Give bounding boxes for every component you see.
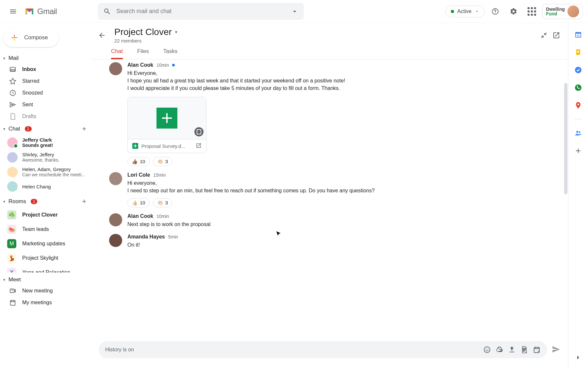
chat-item[interactable]: Shirley, JefferyAwesome, thanks. [0,150,91,165]
meet-item[interactable]: New meeting [0,285,91,297]
open-new-icon[interactable] [552,31,560,39]
app-name: Gmail [37,7,57,16]
calendar-app-icon[interactable]: 31 [574,31,582,39]
mail-item-starred[interactable]: Starred [0,75,91,87]
svg-point-5 [484,347,490,353]
compose-plus-icon [9,32,20,43]
main-content: Project Clover ▼ 22 members ChatFilesTas… [91,23,568,368]
mail-item-snoozed[interactable]: Snoozed [0,87,91,99]
reaction-chip[interactable]: 👏🏻3 [153,198,172,207]
message: Alan Cook10minHi Everyone,I hope you all… [97,62,562,166]
search-input[interactable] [116,8,286,15]
settings-button[interactable] [506,4,521,19]
chat-item[interactable]: Helen Chang [0,179,91,193]
room-icon: 💃 [7,254,16,263]
caret-down-icon: ▼ [3,127,6,131]
compose-label: Compose [24,34,48,41]
chat-avatar [7,167,18,177]
message-time: 15min [153,172,166,178]
support-button[interactable] [487,4,503,19]
message-avatar [109,172,122,185]
caret-down-icon: ▼ [174,30,178,34]
add-chat-button[interactable]: + [82,125,86,133]
rooms-section-header[interactable]: ▼ Rooms 1 + [0,195,91,208]
meet-item[interactable]: My meetings [0,297,91,308]
reaction-chip[interactable]: 👏🏻3 [153,157,172,166]
message-text: On it! [127,241,562,249]
room-item[interactable]: 🍉Team leads [0,222,91,237]
mail-item-inbox[interactable]: Inbox [0,63,91,75]
status-pill[interactable]: Active [445,6,485,17]
tab-tasks[interactable]: Tasks [163,48,177,59]
message-author: Alan Cook [127,62,153,68]
attachment-type-icon [194,127,204,136]
arrow-left-icon [98,31,106,39]
collapse-icon[interactable] [540,31,548,39]
message: Amanda Hayes5minOn it! [97,234,562,249]
room-header: Project Clover ▼ 22 members [91,23,568,44]
caret-down-icon: ▼ [3,200,6,203]
room-title[interactable]: Project Clover ▼ [114,27,534,37]
chat-item[interactable]: Jeffery ClarkSounds great! [0,135,91,150]
message-avatar [109,213,122,226]
message-author: Alan Cook [127,213,153,219]
search-box[interactable] [98,3,304,20]
upload-icon[interactable] [508,346,516,354]
side-panel: 31 [568,23,588,368]
svg-text:31: 31 [577,34,580,37]
reaction-chip[interactable]: 👍🏻10 [127,198,150,207]
svg-rect-1 [11,69,15,71]
search-options-icon[interactable] [291,8,299,15]
room-icon: ☘️ [7,210,16,219]
emoji-icon[interactable] [483,346,491,354]
attachment-card[interactable]: Proposal Survey.d... [127,97,206,153]
calendar-icon[interactable] [533,346,541,354]
account-brand-box[interactable]: Dwelling Fund [542,4,583,19]
mail-section-header[interactable]: ▼ Mail [0,52,91,63]
tasks-app-icon[interactable] [574,66,582,74]
add-app-button[interactable] [574,147,582,155]
svg-point-15 [578,104,579,105]
maps-app-icon[interactable] [574,101,582,109]
main-menu-button[interactable] [5,4,21,19]
attachment-name: Proposal Survey.d... [141,143,192,149]
drive-icon[interactable] [496,346,503,354]
chat-item[interactable]: Helen, Adam, GregoryCan we reschedule th… [0,165,91,179]
room-item[interactable]: MMarketing updates [0,237,91,251]
compose-button[interactable]: Compose [3,28,59,47]
status-label: Active [457,9,472,14]
chat-avatar [7,181,18,192]
google-apps-button[interactable] [524,4,540,19]
room-item[interactable]: YYoga and Relaxation [0,265,91,272]
message-composer[interactable]: History is on [99,341,547,358]
back-button[interactable] [95,29,108,42]
hide-panel-button[interactable] [574,354,582,361]
add-room-button[interactable]: + [82,197,86,206]
message: Alan Cook10minNext step is to work on th… [97,213,562,228]
room-subtitle: 22 members [114,38,534,44]
open-attachment-button[interactable] [196,143,202,149]
send-button[interactable] [552,345,560,355]
send-icon [552,345,560,354]
message-text: I would appreciate it if you could pleas… [127,84,562,92]
contacts-app-icon[interactable] [574,129,582,137]
meet-section-header[interactable]: ▼ Meet [0,274,91,285]
room-item[interactable]: ☘️Project Clover [0,208,91,222]
scrollbar[interactable] [564,83,567,194]
mail-item-drafts[interactable]: Drafts [0,111,91,121]
logo-area[interactable]: Gmail [24,6,95,17]
cursor-icon [276,231,282,237]
chat-section-header[interactable]: ▼ Chat 1 + [0,122,91,135]
reaction-chip[interactable]: 👍🏽10 [127,157,150,166]
tab-chat[interactable]: Chat [111,48,123,59]
room-item[interactable]: 💃Project Skylight [0,251,91,265]
voice-app-icon[interactable] [574,84,582,92]
docs-icon[interactable] [520,346,528,354]
message-list[interactable]: Alan Cook10minHi Everyone,I hope you all… [91,60,568,337]
sheets-mini-icon [132,143,138,149]
svg-rect-4 [10,301,15,306]
tab-files[interactable]: Files [137,48,149,59]
keep-app-icon[interactable] [574,48,582,56]
mail-item-sent[interactable]: Sent [0,99,91,111]
profile-avatar[interactable] [567,6,579,17]
